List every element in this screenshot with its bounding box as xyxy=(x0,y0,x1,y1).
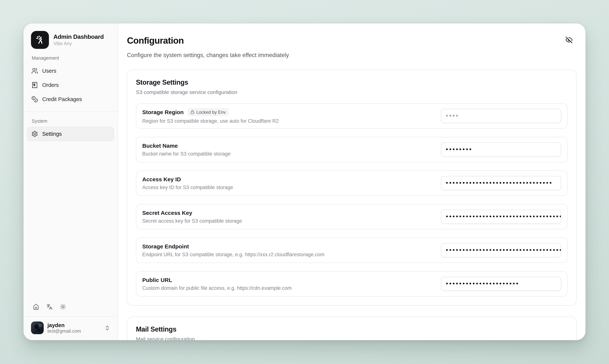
access-key-id-input[interactable]: •••••••••••••••••••••••••••••••• xyxy=(441,176,561,190)
storage-settings-card: Storage Settings S3 compatible storage s… xyxy=(127,70,577,305)
theme-button[interactable] xyxy=(58,302,68,312)
sidebar-item-credit-packages[interactable]: Credit Packages xyxy=(27,92,114,106)
field-description: Access key ID for S3 compatible storage xyxy=(142,185,233,190)
field-label: Public URL xyxy=(142,277,172,283)
user-email: test@gmail.com xyxy=(47,328,81,334)
nav-section-system: System xyxy=(32,119,110,124)
chevrons-up-down-icon xyxy=(105,325,110,331)
sidebar-item-settings[interactable]: Settings xyxy=(27,127,114,141)
field-label: Bucket Name xyxy=(142,143,178,149)
field-label: Storage Endpoint xyxy=(142,243,189,249)
field-row-storage-region: Storage Region Locked by Env Region for … xyxy=(136,103,567,129)
field-row-access-key-id: Access Key ID Access key ID for S3 compa… xyxy=(136,170,567,196)
field-label: Secret Access Key xyxy=(142,210,192,216)
brand-header: Admin Dashboard Vibe Any xyxy=(24,24,118,49)
card-subtitle: S3 compatible storage service configurat… xyxy=(136,89,567,95)
sidebar-item-label: Credit Packages xyxy=(42,96,82,102)
mail-settings-card: Mail Settings Mail service configuration xyxy=(127,317,577,340)
card-title: Storage Settings xyxy=(136,79,567,87)
sidebar-footer: jayden test@gmail.com xyxy=(24,302,118,340)
home-icon xyxy=(33,304,39,310)
card-subtitle: Mail service configuration xyxy=(136,336,567,340)
receipt-icon xyxy=(31,82,38,88)
eye-off-icon xyxy=(565,36,573,44)
sidebar-nav: Management Users Orders xyxy=(24,49,118,141)
page-subtitle: Configure the system settings, changes t… xyxy=(127,52,577,59)
sidebar-item-orders[interactable]: Orders xyxy=(27,78,114,92)
main-content: Configuration Configure the system setti… xyxy=(118,24,585,340)
storage-region-input[interactable]: •••• xyxy=(441,109,561,123)
users-icon xyxy=(31,67,38,74)
field-row-bucket-name: Bucket Name Bucket name for S3 compatibl… xyxy=(136,137,567,162)
app-subtitle: Vibe Any xyxy=(53,41,104,46)
field-label: Access Key ID xyxy=(142,176,181,182)
bucket-name-input[interactable]: •••••••• xyxy=(441,143,561,157)
coins-icon xyxy=(31,96,38,103)
sidebar: Admin Dashboard Vibe Any Management User… xyxy=(24,24,118,340)
logo-runner-icon xyxy=(31,31,49,49)
field-label: Storage Region xyxy=(142,109,184,115)
desktop-background: Admin Dashboard Vibe Any Management User… xyxy=(0,0,609,364)
storage-endpoint-input[interactable]: ••••••••••••••••••••••••••••••••••••••••… xyxy=(441,243,561,257)
app-title: Admin Dashboard xyxy=(53,34,104,40)
language-button[interactable] xyxy=(44,302,55,312)
language-icon xyxy=(46,304,53,310)
card-title: Mail Settings xyxy=(136,325,567,333)
user-name: jayden xyxy=(47,322,81,328)
field-description: Endpoint URL for S3 compatible storage, … xyxy=(142,252,324,257)
field-row-storage-endpoint: Storage Endpoint Endpoint URL for S3 com… xyxy=(136,238,567,263)
public-url-input[interactable]: •••••••••••••••••••••• xyxy=(441,277,561,291)
field-description: Secret access key for S3 compatible stor… xyxy=(142,218,242,224)
avatar xyxy=(31,322,44,334)
field-description: Bucket name for S3 compatible storage xyxy=(142,151,231,157)
sidebar-item-label: Orders xyxy=(42,82,59,88)
sidebar-item-label: Settings xyxy=(42,131,62,137)
locked-by-env-badge: Locked by Env xyxy=(187,108,229,116)
field-row-public-url: Public URL Custom domain for public file… xyxy=(136,271,567,297)
page-title: Configuration xyxy=(127,35,577,46)
gear-icon xyxy=(31,130,38,137)
sidebar-item-label: Users xyxy=(42,68,56,74)
sun-icon xyxy=(60,304,66,310)
user-menu[interactable]: jayden test@gmail.com xyxy=(31,317,110,335)
nav-section-management: Management xyxy=(32,56,110,61)
sidebar-item-users[interactable]: Users xyxy=(27,64,114,78)
toggle-secrets-visibility-button[interactable] xyxy=(562,33,576,47)
field-description: Region for S3 compatible storage, use au… xyxy=(142,118,279,124)
lock-icon xyxy=(190,110,194,114)
field-row-secret-access-key: Secret Access Key Secret access key for … xyxy=(136,204,567,229)
sidebar-divider xyxy=(24,112,118,112)
home-button[interactable] xyxy=(31,302,41,312)
admin-app-window: Admin Dashboard Vibe Any Management User… xyxy=(24,24,585,340)
field-description: Custom domain for public file access, e.… xyxy=(142,285,292,291)
secret-access-key-input[interactable]: ••••••••••••••••••••••••••••••••••••••••… xyxy=(441,210,561,224)
